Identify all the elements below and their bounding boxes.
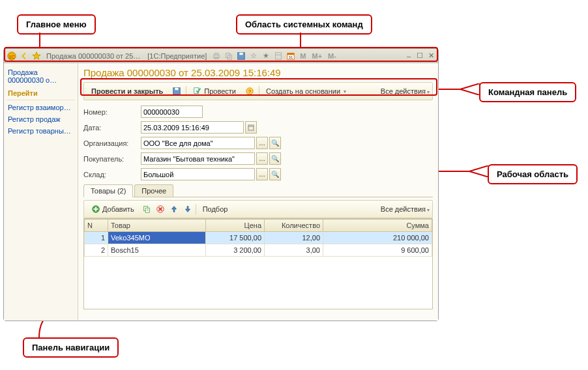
callout-main-menu: Главное меню <box>17 14 96 35</box>
form-grid: Номер: Дата: Организация: … 🔍 <box>83 106 433 180</box>
org-select-button[interactable]: … <box>256 137 268 149</box>
org-search-button[interactable]: 🔍 <box>269 137 281 149</box>
move-up-button[interactable] <box>168 203 180 215</box>
callout-nav-panel: Панель навигации <box>23 337 119 358</box>
cell-qty[interactable]: 3,00 <box>265 244 323 257</box>
warehouse-input[interactable] <box>141 168 255 180</box>
date-picker-button[interactable] <box>245 121 257 134</box>
cell-price[interactable]: 17 500,00 <box>206 232 265 244</box>
add-icon <box>91 205 100 214</box>
callout-system-commands: Область системных команд <box>236 14 372 35</box>
nav-breadcrumb[interactable]: Продажа 000000030 о… <box>7 67 75 88</box>
copy-row-button[interactable]: + <box>141 203 153 215</box>
nav-link-sales[interactable]: Регистр продаж <box>7 113 75 125</box>
buyer-select-button[interactable]: … <box>256 152 268 165</box>
command-panel: Провести и закрыть Провести ? Создать на… <box>83 82 433 100</box>
delete-row-button[interactable] <box>154 203 166 215</box>
post-button[interactable]: Провести <box>188 85 241 98</box>
nav-link-settlements[interactable]: Регистр взаиморасчетов … <box>7 102 75 113</box>
grid-toolbar: Добавить + Подбор Все действия <box>83 200 433 218</box>
tab-goods[interactable]: Товары (2) <box>83 184 133 197</box>
add-label: Добавить <box>102 205 134 213</box>
close-icon[interactable]: ✕ <box>426 51 435 60</box>
post-icon <box>193 87 202 96</box>
save-button[interactable] <box>169 85 184 98</box>
buyer-search-button[interactable]: 🔍 <box>269 152 281 165</box>
date-label: Дата: <box>83 124 137 132</box>
table-row[interactable]: 1 Veko345MO 17 500,00 12,00 210 000,00 <box>85 232 432 244</box>
app-icon: 1C <box>7 51 17 61</box>
pick-button[interactable]: Подбор <box>198 203 233 215</box>
buyer-input[interactable] <box>141 152 255 165</box>
svg-rect-8 <box>215 53 218 55</box>
svg-rect-20 <box>175 88 179 91</box>
cell-n[interactable]: 1 <box>85 232 108 244</box>
all-actions-button[interactable]: Все действия <box>381 87 430 95</box>
col-n[interactable]: N <box>85 220 108 232</box>
copy-icon[interactable] <box>224 51 234 61</box>
fav-add-icon[interactable]: ☆ <box>248 51 259 61</box>
date-input[interactable] <box>141 121 244 134</box>
col-product[interactable]: Товар <box>108 220 206 232</box>
post-label: Провести <box>204 87 236 95</box>
svg-marker-0 <box>460 83 480 95</box>
tabs: Товары (2) Прочее <box>83 184 433 197</box>
svg-text:31: 31 <box>289 54 293 59</box>
nav-panel: Продажа 000000030 о… Перейти Регистр вза… <box>4 63 78 320</box>
create-based-button[interactable]: Создать на основании <box>261 85 351 97</box>
col-price[interactable]: Цена <box>206 220 265 232</box>
cell-sum[interactable]: 9 600,00 <box>323 244 432 257</box>
org-input[interactable] <box>141 137 255 149</box>
svg-text:+: + <box>146 208 149 212</box>
cell-product[interactable]: Veko345MO <box>108 232 206 244</box>
calc-icon[interactable] <box>273 51 284 61</box>
bookmark-icon[interactable]: ★ <box>261 51 271 61</box>
table-row[interactable]: 2 Bosch15 3 200,00 3,00 9 600,00 <box>85 244 432 257</box>
titlebar-title: Продажа 000000030 от 25… <box>46 52 140 60</box>
calendar-icon[interactable]: 31 <box>286 51 296 61</box>
svg-rect-24 <box>248 125 254 130</box>
svg-rect-13 <box>240 52 243 55</box>
help-button[interactable]: ? <box>243 85 257 98</box>
number-input[interactable] <box>141 106 203 118</box>
warehouse-select-button[interactable]: … <box>256 168 268 180</box>
add-row-button[interactable]: Добавить <box>87 203 139 216</box>
cell-sum[interactable]: 210 000,00 <box>323 232 432 244</box>
back-icon[interactable] <box>19 51 29 61</box>
callout-command-panel: Командная панель <box>479 82 576 102</box>
callout-work-area: Рабочая область <box>488 164 578 184</box>
cell-price[interactable]: 3 200,00 <box>206 244 265 257</box>
save-icon[interactable] <box>236 51 246 61</box>
print-icon[interactable] <box>211 51 222 61</box>
move-down-button[interactable] <box>182 203 194 215</box>
star-icon[interactable] <box>31 51 42 61</box>
svg-text:?: ? <box>248 89 252 94</box>
cell-qty[interactable]: 12,00 <box>265 232 323 244</box>
doc-title: Продажа 000000030 от 25.03.2009 15:16:49 <box>83 67 433 78</box>
svg-marker-2 <box>469 165 489 177</box>
minimize-icon[interactable]: – <box>404 52 413 60</box>
svg-marker-6 <box>33 51 40 59</box>
grid-all-actions-button[interactable]: Все действия <box>381 205 430 213</box>
col-sum[interactable]: Сумма <box>323 220 432 232</box>
warehouse-search-button[interactable]: 🔍 <box>269 168 281 180</box>
post-close-button[interactable]: Провести и закрыть <box>87 85 168 97</box>
tab-other[interactable]: Прочее <box>134 184 173 197</box>
table-wrap: N Товар Цена Количество Сумма 1 Veko345M… <box>83 218 433 309</box>
m-plus-button[interactable]: M+ <box>310 52 325 60</box>
cell-product[interactable]: Bosch15 <box>108 244 206 257</box>
maximize-icon[interactable]: ☐ <box>415 51 424 60</box>
app-window: 1C Продажа 000000030 от 25… [1С:Предприя… <box>3 48 439 321</box>
buyer-label: Покупатель: <box>83 155 137 163</box>
titlebar: 1C Продажа 000000030 от 25… [1С:Предприя… <box>4 49 438 63</box>
cell-n[interactable]: 2 <box>85 244 108 257</box>
svg-text:1C: 1C <box>8 53 15 59</box>
m-minus-button[interactable]: M- <box>326 52 338 60</box>
number-label: Номер: <box>83 108 137 116</box>
work-area: Продажа 000000030 от 25.03.2009 15:16:49… <box>78 63 438 320</box>
goods-table[interactable]: N Товар Цена Количество Сумма 1 Veko345M… <box>84 219 432 257</box>
nav-link-stock[interactable]: Регистр товарных запасов <box>7 125 75 137</box>
warehouse-label: Склад: <box>83 171 137 178</box>
m-button[interactable]: M <box>298 52 308 60</box>
col-qty[interactable]: Количество <box>265 220 323 232</box>
